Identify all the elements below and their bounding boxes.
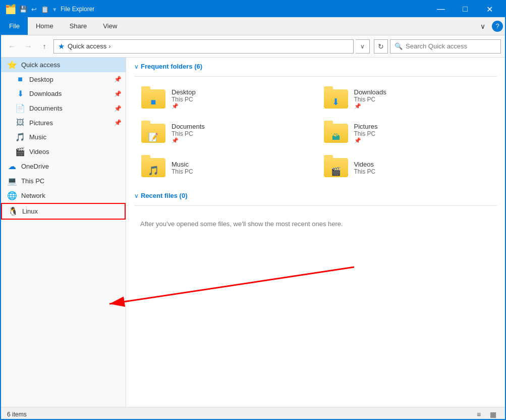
frequent-folders-title: Frequent folders (6) (141, 63, 202, 70)
app-icon: 🗂️ (5, 4, 16, 15)
folder-grid: ■ Desktop This PC 📌 ⬇ (134, 83, 497, 184)
frequent-folders-header[interactable]: ∨ Frequent folders (6) (134, 63, 497, 70)
sidebar-item-pictures[interactable]: 🖼 Pictures 📌 (1, 116, 126, 130)
view-controls: ≡ ▦ (473, 408, 499, 421)
status-bar: 6 items ≡ ▦ (1, 407, 505, 420)
folder-info-music: Music This PC (172, 161, 193, 175)
menu-share[interactable]: Share (62, 17, 95, 35)
grid-view-button[interactable]: ▦ (487, 408, 499, 421)
desktop-overlay-icon: ■ (151, 97, 156, 108)
desktop-icon: ■ (15, 75, 25, 84)
folder-item-desktop[interactable]: ■ Desktop This PC 📌 (134, 83, 315, 115)
videos-icon: 🎬 (15, 147, 25, 156)
folder-icon-downloads: ⬇ (323, 87, 349, 111)
toolbar-dropdown[interactable]: ▾ (53, 6, 57, 13)
frequent-chevron-icon: ∨ (134, 63, 139, 70)
folder-info-downloads: Downloads This PC 📌 (354, 88, 386, 110)
search-input[interactable] (406, 42, 496, 50)
main-layout: ⭐ Quick access ■ Desktop 📌 ⬇ Downloads 📌… (1, 58, 505, 407)
redo-toolbar-item[interactable]: 📋 (41, 6, 49, 13)
expand-ribbon-button[interactable]: ∨ (476, 19, 490, 33)
undo-toolbar-item[interactable]: ↩ (31, 6, 37, 13)
sidebar-item-desktop[interactable]: ■ Desktop 📌 (1, 72, 126, 86)
folder-item-documents[interactable]: 📝 Documents This PC 📌 (134, 117, 315, 149)
sidebar-item-network[interactable]: 🌐 Network (1, 188, 126, 203)
minimize-button[interactable]: — (429, 1, 453, 17)
folder-icon-music: 🎵 (140, 155, 166, 180)
menu-bar-right: ∨ ? (476, 17, 505, 35)
address-bar: ← → ↑ ★ Quick access › ∨ ↻ 🔍 (1, 35, 505, 58)
refresh-button[interactable]: ↻ (374, 39, 388, 54)
videos-overlay-icon: 🎬 (331, 167, 341, 176)
app-window: 🗂️ 💾 ↩ 📋 ▾ File Explorer — □ ✕ File Home… (0, 0, 506, 420)
sidebar-item-label: Videos (29, 148, 122, 155)
quick-access-toolbar-item[interactable]: 💾 (19, 6, 27, 13)
path-star-icon: ★ (58, 42, 65, 51)
menu-view[interactable]: View (95, 17, 125, 35)
content-area: ∨ Frequent folders (6) ■ Desktop This PC… (126, 58, 505, 407)
pin-mark: 📌 (172, 103, 196, 110)
sidebar-item-documents[interactable]: 📄 Documents 📌 (1, 101, 126, 116)
menu-home[interactable]: Home (28, 17, 62, 35)
quick-access-icon: ⭐ (7, 60, 17, 70)
sidebar-item-videos[interactable]: 🎬 Videos (1, 144, 126, 159)
folder-icon-pictures: 🏔 (323, 121, 349, 145)
folder-item-pictures[interactable]: 🏔 Pictures This PC 📌 (317, 117, 497, 149)
maximize-button[interactable]: □ (454, 1, 477, 17)
folder-item-music[interactable]: 🎵 Music This PC (134, 151, 315, 184)
up-button[interactable]: ↑ (37, 39, 51, 54)
sidebar-item-downloads[interactable]: ⬇ Downloads 📌 (1, 86, 126, 101)
item-count-label: 6 items (7, 411, 27, 418)
folder-icon-documents: 📝 (140, 121, 166, 145)
address-dropdown-button[interactable]: ∨ (356, 39, 370, 54)
sidebar: ⭐ Quick access ■ Desktop 📌 ⬇ Downloads 📌… (1, 58, 126, 407)
folder-sub: This PC (354, 130, 378, 137)
pictures-overlay-icon: 🏔 (332, 133, 340, 142)
menu-file[interactable]: File (1, 17, 28, 35)
folder-info-desktop: Desktop This PC 📌 (172, 88, 196, 110)
help-button[interactable]: ? (492, 21, 503, 32)
sidebar-item-label: Documents (29, 104, 114, 112)
search-box: 🔍 (390, 39, 501, 54)
downloads-icon: ⬇ (15, 89, 25, 98)
path-text: Quick access (68, 42, 106, 50)
folder-name: Downloads (354, 88, 386, 96)
folder-name: Documents (172, 123, 205, 130)
folder-item-videos[interactable]: 🎬 Videos This PC (317, 151, 497, 184)
title-bar: 🗂️ 💾 ↩ 📋 ▾ File Explorer — □ ✕ (1, 1, 505, 17)
documents-icon: 📄 (15, 103, 25, 113)
folder-item-downloads[interactable]: ⬇ Downloads This PC 📌 (317, 83, 497, 115)
music-icon: 🎵 (15, 132, 25, 142)
search-icon: 🔍 (395, 42, 403, 50)
close-button[interactable]: ✕ (478, 1, 501, 17)
section-divider (134, 76, 497, 77)
sidebar-item-label: Quick access (21, 61, 122, 69)
downloads-overlay-icon: ⬇ (332, 96, 340, 108)
network-icon: 🌐 (7, 191, 17, 200)
sidebar-item-this-pc[interactable]: 💻 This PC (1, 174, 126, 188)
path-chevron-icon: › (108, 42, 110, 50)
pin-mark: 📌 (354, 103, 386, 110)
address-path[interactable]: ★ Quick access › (53, 39, 354, 54)
sidebar-item-label: Pictures (29, 119, 114, 127)
sidebar-item-quick-access[interactable]: ⭐ Quick access (1, 58, 126, 72)
list-view-button[interactable]: ≡ (473, 408, 485, 421)
pin-icon: 📌 (114, 105, 122, 112)
pin-icon: 📌 (114, 90, 122, 97)
folder-name: Videos (354, 161, 376, 168)
forward-button[interactable]: → (21, 39, 35, 54)
back-button[interactable]: ← (5, 39, 19, 54)
folder-name: Music (172, 161, 193, 168)
recent-divider (134, 205, 497, 206)
folder-info-documents: Documents This PC 📌 (172, 123, 205, 144)
sidebar-item-music[interactable]: 🎵 Music (1, 130, 126, 144)
recent-files-header[interactable]: ∨ Recent files (0) (134, 192, 497, 199)
music-overlay-icon: 🎵 (148, 165, 159, 176)
sidebar-item-label: Desktop (29, 76, 114, 83)
folder-sub: This PC (172, 96, 196, 103)
folder-info-videos: Videos This PC (354, 161, 376, 175)
sidebar-item-onedrive[interactable]: ☁ OneDrive (1, 159, 126, 174)
folder-sub: This PC (354, 168, 376, 175)
sidebar-item-linux[interactable]: 🐧 Linux (1, 203, 126, 220)
menu-bar: File Home Share View ∨ ? (1, 17, 505, 35)
